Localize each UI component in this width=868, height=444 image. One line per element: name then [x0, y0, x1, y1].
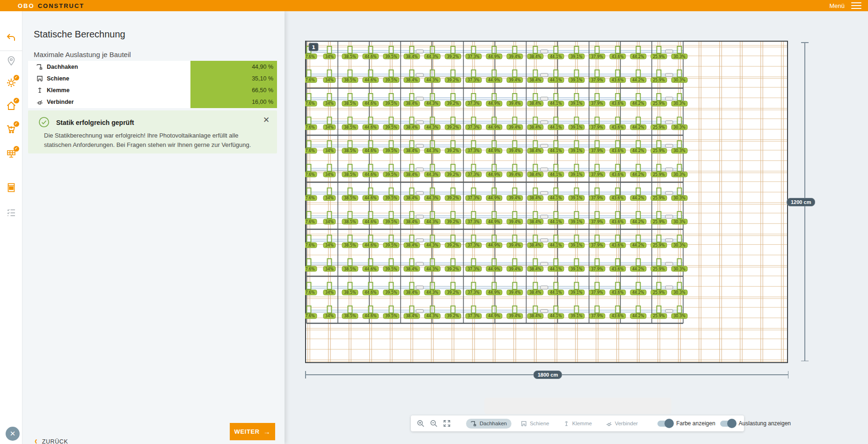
roof-hook [616, 306, 620, 313]
close-icon[interactable]: ✕ [262, 116, 270, 124]
roof-hook [492, 211, 496, 218]
app-header: OBO CONSTRUCT Menü [0, 0, 868, 11]
roof-hook [451, 94, 455, 101]
utilization-value: 37.9% [591, 196, 603, 200]
roof-hook [595, 235, 599, 242]
utilization-value: 37.3% [467, 196, 480, 200]
utilization-value: 39.2% [447, 291, 459, 295]
utilization-value: 39.2% [447, 220, 459, 224]
roof-hook [472, 46, 476, 53]
roof-hook [513, 70, 517, 77]
tool-dachhaken[interactable]: Dachhaken [466, 419, 511, 429]
utilization-value: 44.9% [488, 267, 500, 271]
tool-schiene[interactable]: Schiene [516, 419, 554, 429]
roof-hook [430, 211, 435, 218]
toggle-auslastung-anzeigen[interactable]: Auslastung anzeigen [720, 420, 791, 427]
toggle-switch[interactable] [720, 421, 735, 427]
utilization-value: 39.4% [509, 196, 521, 200]
roof-hook [451, 211, 455, 218]
toggle-farbe-anzeigen[interactable]: Farbe anzeigen [657, 420, 715, 427]
utilization-value: 38.5% [344, 173, 356, 177]
roof-hook [328, 306, 332, 313]
roof-hook [678, 306, 682, 313]
utilization-value: 44.2% [632, 267, 644, 271]
roof-hook [595, 306, 599, 313]
roof-hook [369, 70, 373, 77]
roof-hook [513, 94, 517, 101]
roof-hook [389, 283, 394, 290]
roof-hook [492, 259, 496, 266]
roof-hook [410, 70, 414, 77]
component-label: Dachhaken [47, 64, 78, 70]
roof-hook [533, 235, 538, 242]
roof-hook [657, 117, 661, 124]
roof-hook [430, 141, 435, 148]
utilization-value: 37.3% [467, 55, 480, 59]
roof-hook [369, 46, 373, 53]
utilization-value: 38.4% [406, 55, 418, 59]
utilization-value: 34% [325, 173, 334, 177]
checklist-icon[interactable] [6, 207, 17, 218]
clamp-icon [563, 421, 569, 427]
back-arrow-icon[interactable] [6, 32, 17, 44]
back-button[interactable]: ‹ ZURÜCK [35, 437, 68, 444]
utilization-value: 27.6% [305, 267, 315, 271]
utilization-value: 37.9% [591, 267, 603, 271]
menu-label[interactable]: Menü [829, 2, 845, 9]
utilization-value: 43.6% [612, 173, 624, 177]
utilization-value: 27.6% [305, 196, 315, 200]
roof-hook [678, 94, 682, 101]
tool-verbinder[interactable]: Verbinder [601, 419, 642, 429]
roof-hook [533, 211, 538, 218]
utilization-value: 27.6% [305, 314, 315, 318]
utilization-value: 38.4% [406, 243, 418, 247]
utilization-value: 38.5% [344, 220, 356, 224]
roof-hook [657, 164, 661, 171]
roof-hook [410, 141, 414, 148]
roof-hook [430, 235, 435, 242]
roof-hook [513, 141, 517, 148]
house-icon[interactable]: ✓ [6, 100, 17, 111]
calculator-icon[interactable] [6, 182, 17, 193]
utilization-value: 44.9% [488, 291, 500, 295]
gear-icon[interactable]: ✓ [6, 77, 17, 88]
cart-icon[interactable]: ✓ [6, 124, 17, 135]
utilization-value: 44.2% [632, 196, 644, 200]
roof-hook [616, 235, 620, 242]
roof-hook [657, 188, 661, 195]
utilization-value: 34% [325, 314, 334, 318]
utilization-value: 27.6% [305, 173, 315, 177]
roof-hook [472, 141, 476, 148]
zoom-in-icon[interactable] [416, 419, 425, 428]
roof-hook [678, 46, 682, 53]
utilization-value: 39.2% [447, 243, 459, 247]
solar-panel-icon[interactable]: ✓ [6, 148, 17, 160]
utilization-value: 34% [325, 149, 334, 153]
roof-hook [307, 188, 311, 195]
arrow-right-icon: → [263, 428, 271, 436]
roof-plan-canvas[interactable]: 27.6%34%38.5%44.6%39.5%38.4%44.3%39.2%37… [305, 41, 788, 363]
hamburger-menu-icon[interactable] [851, 2, 861, 9]
roof-hook [636, 141, 641, 148]
utilization-value: 39.2% [447, 267, 459, 271]
roof-hook [513, 259, 517, 266]
zoom-out-icon[interactable] [430, 419, 438, 428]
roof-hook [575, 235, 579, 242]
zoom-fit-icon[interactable] [443, 419, 451, 428]
utilization-value: 25.9% [653, 173, 665, 177]
location-pin-icon[interactable] [6, 55, 17, 66]
statics-panel: Statische Berechnung Maximale Auslastung… [22, 11, 284, 444]
utilization-value: 39.1% [570, 173, 583, 177]
tool-klemme[interactable]: Klemme [559, 419, 597, 429]
utilization-value: 39.5% [385, 149, 397, 153]
rail-icon [521, 421, 527, 427]
roof-hook [678, 70, 682, 77]
utilization-value: 44.3% [426, 55, 438, 59]
utilization-value: 37.9% [591, 220, 603, 224]
roof-hook [533, 141, 538, 148]
floating-close-button[interactable]: ✕ [6, 427, 20, 441]
toggle-switch[interactable] [657, 421, 672, 427]
roof-hook [307, 164, 311, 171]
next-button[interactable]: WEITER → [230, 423, 275, 440]
utilization-value: 39.4% [509, 291, 521, 295]
